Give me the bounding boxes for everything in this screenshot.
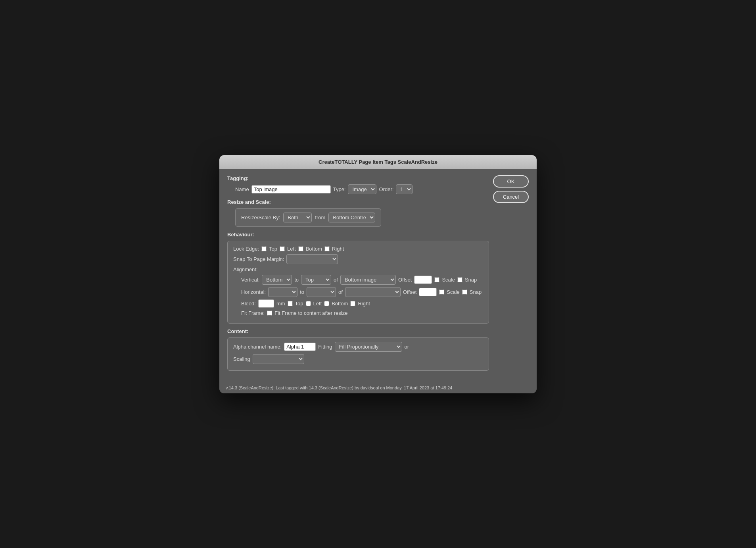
horizontal-label: Horizontal: — [241, 289, 266, 295]
lock-edge-label: Lock Edge: — [233, 246, 259, 252]
fit-frame-label: Fit Frame: — [241, 310, 265, 316]
bleed-left-checkbox[interactable] — [306, 301, 311, 306]
tagging-content: Name Type: Image Text Shape Order: 1 2 3 — [227, 184, 529, 194]
bleed-input[interactable] — [258, 299, 274, 308]
vert-to-select[interactable]: Top Bottom Middle None — [301, 275, 331, 285]
lock-bottom-label: Bottom — [306, 246, 322, 252]
ok-button[interactable]: OK — [493, 175, 529, 188]
status-text: v.14.3 (ScaleAndResize): Last tagged wit… — [226, 385, 452, 390]
name-label: Name — [235, 186, 249, 192]
alpha-label: Alpha channel name: — [233, 344, 282, 350]
dialog-body: OK Cancel Tagging: Name Type: Image Text… — [219, 169, 537, 382]
vert-snap-label: Snap — [465, 277, 477, 283]
from-label: from — [315, 215, 325, 220]
bleed-mm-label: mm — [276, 301, 285, 307]
content-section: Content: Alpha channel name: Fitting Fil… — [227, 328, 529, 371]
ok-cancel-area: OK Cancel — [493, 175, 529, 203]
behaviour-box: Lock Edge: Top Left Bottom Right Snap To… — [227, 241, 489, 324]
lock-top-label: Top — [269, 246, 277, 252]
bleed-label: Bleed: — [241, 301, 256, 307]
fit-frame-row: Fit Frame: Fit Frame to content after re… — [233, 310, 483, 316]
vert-scale-checkbox[interactable] — [434, 277, 439, 282]
horiz-scale-checkbox[interactable] — [439, 289, 444, 295]
alignment-label-row: Alignment: — [233, 266, 483, 272]
lock-right-label: Right — [332, 246, 344, 252]
vert-snap-checkbox[interactable] — [457, 277, 462, 282]
bleed-bottom-checkbox[interactable] — [324, 301, 329, 306]
horiz-offset-input[interactable] — [419, 288, 437, 296]
bleed-top-label: Top — [295, 301, 303, 307]
vert-of-select[interactable]: Bottom image Top image Page Margin — [340, 275, 396, 285]
tagging-section: Tagging: Name Type: Image Text Shape Ord… — [227, 175, 529, 194]
bleed-right-checkbox[interactable] — [350, 301, 355, 306]
lock-bottom-checkbox[interactable] — [298, 246, 303, 251]
cancel-button[interactable]: Cancel — [493, 191, 529, 203]
content-box: Alpha channel name: Fitting Fill Proport… — [227, 337, 489, 371]
from-select[interactable]: Bottom Centre Top Left Top Centre Top Ri… — [328, 213, 375, 222]
horiz-to-select[interactable]: Left Right Centre — [307, 287, 336, 297]
title-bar: CreateTOTALLY Page Item Tags ScaleAndRes… — [219, 155, 537, 169]
dialog-title: CreateTOTALLY Page Item Tags ScaleAndRes… — [319, 159, 437, 165]
lock-left-label: Left — [287, 246, 296, 252]
resize-by-label: Resize/Scale By: — [241, 215, 280, 220]
horizontal-row: Horizontal: Left Right Centre None to Le… — [233, 287, 483, 297]
vertical-label: Vertical: — [241, 277, 259, 283]
content-label: Content: — [227, 328, 529, 334]
snap-margin-label: Snap To Page Margin: — [233, 256, 284, 262]
behaviour-section: Behaviour: Lock Edge: Top Left Bottom Ri… — [227, 232, 529, 324]
resize-content: Resize/Scale By: Both Width Height None … — [227, 208, 529, 227]
resize-label: Resize and Scale: — [227, 199, 529, 205]
scaling-select[interactable]: Scale to Fit Scale to Fill — [253, 354, 304, 364]
alignment-label: Alignment: — [233, 266, 257, 272]
bleed-left-label: Left — [313, 301, 322, 307]
content-row2: Scaling Scale to Fit Scale to Fill — [233, 354, 483, 364]
vertical-select[interactable]: Bottom Top Middle None — [262, 275, 292, 285]
type-select[interactable]: Image Text Shape — [348, 184, 376, 194]
vertical-row: Vertical: Bottom Top Middle None to Top … — [233, 275, 483, 285]
horiz-of-label: of — [338, 289, 343, 295]
vert-to-label: to — [294, 277, 299, 283]
bleed-row: Bleed: mm Top Left Bottom Right — [233, 299, 483, 308]
or-label: or — [405, 344, 409, 350]
tagging-row: Name Type: Image Text Shape Order: 1 2 3 — [235, 184, 529, 194]
lock-right-checkbox[interactable] — [324, 246, 330, 251]
lock-edge-row: Lock Edge: Top Left Bottom Right — [233, 246, 483, 252]
bleed-bottom-label: Bottom — [332, 301, 348, 307]
horiz-offset-label: Offset — [403, 289, 416, 295]
horiz-snap-label: Snap — [470, 289, 482, 295]
vert-offset-input[interactable] — [414, 276, 432, 284]
snap-margin-select[interactable]: Left Right Top Bottom — [286, 254, 338, 264]
bleed-right-label: Right — [358, 301, 370, 307]
bleed-top-checkbox[interactable] — [288, 301, 293, 306]
type-label: Type: — [333, 186, 346, 192]
vert-scale-label: Scale — [442, 277, 455, 283]
resize-box: Resize/Scale By: Both Width Height None … — [235, 208, 381, 227]
snap-margin-row: Snap To Page Margin: Left Right Top Bott… — [233, 254, 483, 264]
vert-of-label: of — [334, 277, 338, 283]
fit-frame-checkbox[interactable] — [267, 310, 272, 316]
resize-section: Resize and Scale: Resize/Scale By: Both … — [227, 199, 529, 227]
vert-offset-label: Offset — [398, 277, 412, 283]
fitting-select[interactable]: Fill Proportionally Fit Proportionally F… — [335, 342, 402, 352]
horiz-scale-label: Scale — [447, 289, 460, 295]
behaviour-label: Behaviour: — [227, 232, 529, 238]
name-input[interactable] — [251, 185, 331, 194]
fit-frame-text: Fit Frame to content after resize — [274, 310, 347, 316]
content-row1: Alpha channel name: Fitting Fill Proport… — [233, 342, 483, 352]
alpha-input[interactable] — [284, 343, 316, 351]
main-dialog: CreateTOTALLY Page Item Tags ScaleAndRes… — [219, 155, 537, 393]
order-label: Order: — [379, 186, 393, 192]
status-bar: v.14.3 (ScaleAndResize): Last tagged wit… — [219, 382, 537, 393]
lock-left-checkbox[interactable] — [280, 246, 285, 251]
horiz-snap-checkbox[interactable] — [462, 289, 467, 295]
scaling-label: Scaling — [233, 356, 250, 362]
tagging-label: Tagging: — [227, 175, 529, 181]
horiz-of-select[interactable]: Bottom image Top image Page — [345, 287, 401, 297]
order-select[interactable]: 1 2 3 — [396, 184, 413, 194]
fitting-label: Fitting — [318, 344, 332, 350]
horiz-select[interactable]: Left Right Centre None — [268, 287, 297, 297]
resize-by-select[interactable]: Both Width Height None — [283, 213, 312, 222]
lock-top-checkbox[interactable] — [261, 246, 267, 251]
horiz-to-label: to — [300, 289, 304, 295]
